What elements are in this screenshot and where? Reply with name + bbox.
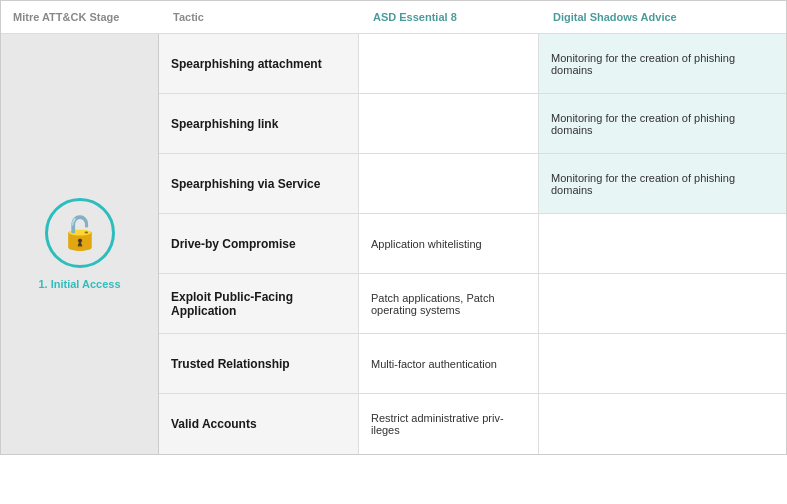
asd-cell [359,94,539,153]
table-row: Drive-by CompromiseApplication whitelist… [159,214,786,274]
tactic-cell: Exploit Public-Facing Application [159,274,359,333]
header-mitre: Mitre ATT&CK Stage [1,1,161,33]
table-body: 🔓 1. Initial Access Spearphishing attach… [1,34,786,454]
lock-icon-circle: 🔓 [45,198,115,268]
advice-cell: Monitoring for the creation of phishing … [539,94,786,153]
stage-label: 1. Initial Access [38,278,120,290]
table-row: Valid AccountsRestrict administrative pr… [159,394,786,454]
table-row: Spearphishing linkMonitoring for the cre… [159,94,786,154]
tactic-cell: Trusted Relationship [159,334,359,393]
asd-cell: Restrict administrative priv-ileges [359,394,539,454]
table-header: Mitre ATT&CK Stage Tactic ASD Essential … [1,1,786,34]
main-table: Mitre ATT&CK Stage Tactic ASD Essential … [0,0,787,455]
tactic-cell: Valid Accounts [159,394,359,454]
advice-cell [539,214,786,273]
table-row: Spearphishing attachmentMonitoring for t… [159,34,786,94]
mitre-stage-column: 🔓 1. Initial Access [1,34,159,454]
table-row: Trusted RelationshipMulti-factor authent… [159,334,786,394]
data-columns: Spearphishing attachmentMonitoring for t… [159,34,786,454]
asd-cell [359,34,539,93]
table-row: Exploit Public-Facing ApplicationPatch a… [159,274,786,334]
table-row: Spearphishing via ServiceMonitoring for … [159,154,786,214]
tactic-cell: Spearphishing attachment [159,34,359,93]
header-advice: Digital Shadows Advice [541,1,787,33]
header-asd: ASD Essential 8 [361,1,541,33]
advice-cell: Monitoring for the creation of phishing … [539,34,786,93]
advice-cell [539,274,786,333]
lock-icon: 🔓 [60,214,100,252]
advice-cell: Monitoring for the creation of phishing … [539,154,786,213]
tactic-cell: Spearphishing via Service [159,154,359,213]
asd-cell: Multi-factor authentication [359,334,539,393]
tactic-cell: Drive-by Compromise [159,214,359,273]
asd-cell [359,154,539,213]
tactic-cell: Spearphishing link [159,94,359,153]
asd-cell: Application whitelisting [359,214,539,273]
advice-cell [539,334,786,393]
advice-cell [539,394,786,454]
asd-cell: Patch applications, Patch operating syst… [359,274,539,333]
header-tactic: Tactic [161,1,361,33]
